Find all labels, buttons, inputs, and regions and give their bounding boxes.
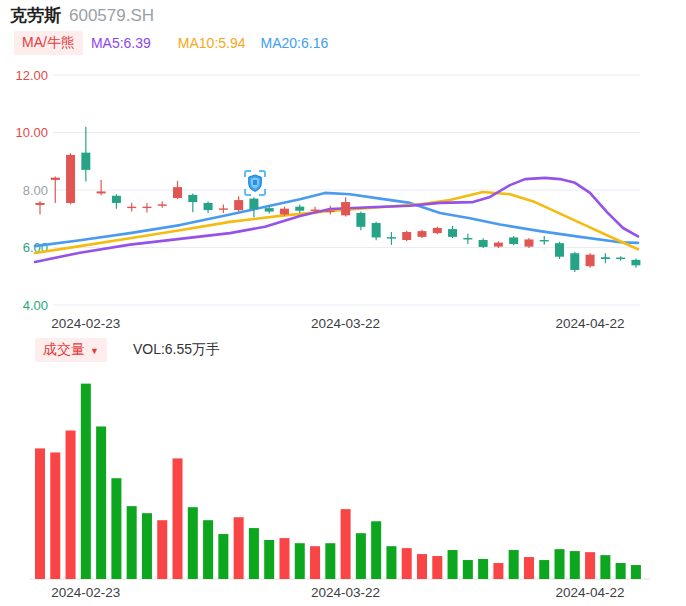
volume-bar <box>157 520 167 579</box>
svg-text:4.00: 4.00 <box>23 298 48 313</box>
volume-bar <box>66 431 76 579</box>
svg-text:8.00: 8.00 <box>23 183 48 198</box>
volume-selector-label: 成交量 <box>43 341 85 359</box>
svg-text:2024-04-22: 2024-04-22 <box>556 316 625 331</box>
volume-bar <box>386 546 396 579</box>
volume-bars-group <box>35 384 641 579</box>
shield-icon <box>247 174 263 192</box>
ma10-value: MA10:5.94 <box>178 35 246 51</box>
svg-text:2024-02-23: 2024-02-23 <box>51 585 120 600</box>
ma20-value: MA20:6.16 <box>261 35 329 51</box>
volume-bar <box>402 548 412 579</box>
stock-code: 600579.SH <box>69 6 154 25</box>
volume-bar <box>188 507 198 579</box>
svg-text:2024-02-23: 2024-02-23 <box>51 316 120 331</box>
volume-bar <box>371 521 381 579</box>
volume-bar <box>356 533 366 579</box>
ma-line-ma10 <box>35 192 638 253</box>
volume-bar <box>600 555 610 579</box>
volume-bar <box>631 565 641 579</box>
volume-bar <box>509 550 519 579</box>
grid-group: 12.0010.008.006.004.00 <box>15 68 640 313</box>
shield-badge-marker[interactable] <box>244 170 266 196</box>
volume-x-axis-labels: 2024-02-232024-03-222024-04-22 <box>51 585 624 600</box>
candles-group <box>36 127 641 272</box>
volume-bar <box>173 458 183 579</box>
ma-bull-bear-toggle[interactable]: MA/牛熊 <box>14 31 83 55</box>
volume-bar <box>96 426 106 579</box>
volume-bar <box>279 538 289 579</box>
stock-name: 克劳斯 <box>10 6 61 25</box>
svg-text:12.00: 12.00 <box>15 68 48 83</box>
volume-bar <box>616 563 626 579</box>
volume-bar <box>310 546 320 579</box>
svg-text:10.00: 10.00 <box>15 125 48 140</box>
volume-bar <box>432 556 442 579</box>
volume-bar <box>539 560 549 579</box>
volume-readout: VOL:6.55万手 <box>133 341 220 359</box>
dropdown-arrow-icon: ▼ <box>90 346 99 356</box>
svg-text:2024-04-22: 2024-04-22 <box>556 585 625 600</box>
volume-bar <box>142 513 152 579</box>
volume-bar <box>234 517 244 579</box>
x-axis-labels: 2024-02-232024-03-222024-04-22 <box>51 316 624 331</box>
volume-bar <box>81 384 91 579</box>
svg-text:2024-03-22: 2024-03-22 <box>311 585 380 600</box>
volume-chart[interactable]: 2024-02-232024-03-222024-04-22 <box>0 371 686 606</box>
volume-selector[interactable]: 成交量 ▼ <box>35 338 107 362</box>
volume-bar <box>295 543 305 579</box>
volume-bar <box>570 551 580 579</box>
volume-header-row: 成交量 ▼ VOL:6.55万手 <box>35 338 220 362</box>
volume-bar <box>585 552 595 579</box>
volume-bar <box>448 550 458 579</box>
volume-bar <box>341 509 351 579</box>
svg-text:2024-03-22: 2024-03-22 <box>311 316 380 331</box>
volume-bar <box>218 534 228 579</box>
ma5-value: MA5:6.39 <box>91 35 151 51</box>
volume-bar <box>127 506 137 579</box>
volume-bar <box>50 452 60 579</box>
stock-chart-page: 克劳斯600579.SH MA/牛熊 MA5:6.39 MA10:5.94 MA… <box>0 0 686 606</box>
volume-bar <box>35 448 45 579</box>
volume-bar <box>417 554 427 579</box>
volume-bar <box>264 540 274 579</box>
volume-bar <box>111 478 121 579</box>
chart-header: 克劳斯600579.SH <box>10 4 154 27</box>
price-chart[interactable]: 12.0010.008.006.004.002024-02-232024-03-… <box>0 58 686 336</box>
volume-bar <box>524 557 534 579</box>
volume-bar <box>325 543 335 579</box>
volume-bar <box>463 560 473 579</box>
volume-bar <box>493 563 503 579</box>
ma-legend-row: MA/牛熊 MA5:6.39 MA10:5.94 MA20:6.16 <box>14 30 328 55</box>
volume-bar <box>478 559 488 579</box>
volume-bar <box>555 549 565 579</box>
volume-bar <box>203 520 213 579</box>
volume-bar <box>249 528 259 579</box>
